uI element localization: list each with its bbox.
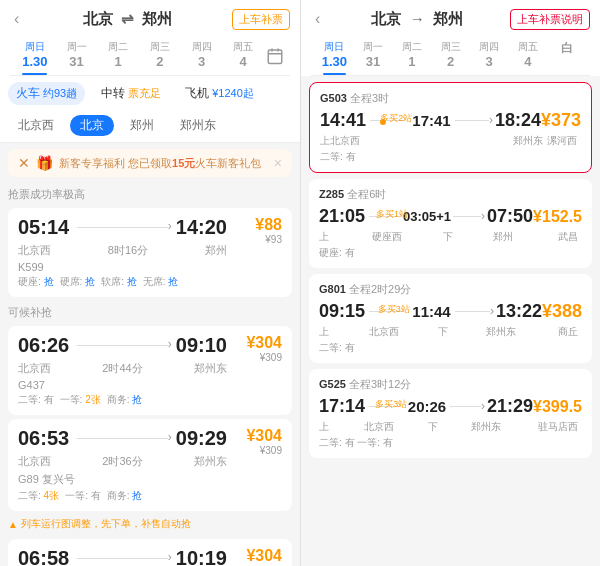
transport-tab-transfer[interactable]: 中转 票充足 [93,82,169,105]
notice-icon: ▲ [8,519,18,530]
g525-mid-time: 20:26 [408,398,446,415]
left-date-tab-3[interactable]: 周三 2 [139,36,181,75]
g525-mid-sta: 驻马店西 [538,420,578,434]
right-date-tabs: 周日 1.30 周一 31 周二 1 周三 2 周四 3 周五 4 [311,36,590,76]
transport-transfer-warn: 票充足 [128,86,161,101]
g89-from: 北京西 [18,454,51,469]
k599-duration: 8时16分 [108,243,148,258]
left-date-tab-4[interactable]: 周四 3 [181,36,223,75]
left-date-weekday-3: 周三 [139,40,181,54]
train-card-g651[interactable]: 06:58 › 10:19 北京西 3时21分 郑州东 G651 ¥304 ¥3… [8,539,292,566]
right-weekday-4: 周四 [470,40,509,54]
g525-depart: 17:14 [319,396,365,417]
transport-tab-flight[interactable]: 飞机 ¥1240起 [177,82,262,105]
z285-mid-stop: 多买1站 [376,208,408,221]
g437-arrive: 09:10 [176,334,227,357]
station-tab-zhengzhou-east[interactable]: 郑州东 [170,115,226,136]
transport-tab-train[interactable]: 火车 约93趟 [8,82,85,105]
left-date-tab-0[interactable]: 周日 1.30 [14,36,56,75]
section-label-2: 可候补抢 [0,301,300,322]
left-date-tab-2[interactable]: 周二 1 [97,36,139,75]
g801-depart: 09:15 [319,301,365,322]
right-to: 郑州 [433,10,463,27]
train-card-g89[interactable]: 06:53 › 09:29 北京西 2时36分 郑州东 G89 复兴号 二等: … [8,419,292,511]
station-tab-zhengzhou[interactable]: 郑州 [120,115,164,136]
g503-header: G503 全程3时 [320,91,581,106]
g801-header: G801 全程2时29分 [319,282,582,297]
gift-icon: 🎁 [36,155,53,171]
g525-up: 上 [319,420,329,434]
right-weekday-0: 周日 [315,40,354,54]
g801-seats: 二等: 有 [319,341,582,355]
right-num-3: 2 [431,54,470,69]
right-date-tab-2[interactable]: 周二 1 [392,36,431,75]
z285-duration: 全程6时 [347,188,386,200]
calendar-icon[interactable] [264,36,286,75]
left-board-btn[interactable]: 上车补票 [232,9,290,30]
k599-depart: 05:14 [18,216,69,239]
z285-header: Z285 全程6时 [319,187,582,202]
g801-arrive: 13:22 [496,301,542,322]
left-date-tab-1[interactable]: 周一 31 [56,36,98,75]
left-route: 北京 ⇌ 郑州 [83,10,172,29]
right-date-tab-1[interactable]: 周一 31 [354,36,393,75]
right-date-tab-6[interactable]: 白 [547,36,586,75]
right-date-tab-5[interactable]: 周五 4 [509,36,548,75]
g89-seat-1: 一等: 有 [65,489,101,503]
g437-trainno: G437 [18,379,227,391]
g503-dot [380,119,386,125]
station-tab-beijing[interactable]: 北京 [70,115,114,136]
left-date-num-4: 3 [181,54,223,69]
right-weekday-5: 周五 [509,40,548,54]
z285-price: ¥152.5 [533,208,582,225]
k599-seat-soft: 软席: 抢 [101,275,137,289]
promo-close-icon[interactable]: × [274,155,282,171]
left-date-weekday-0: 周日 [14,40,56,54]
g651-depart: 06:58 [18,547,69,566]
right-board-btn[interactable]: 上车补票说明 [510,9,590,30]
left-route-arrow: ⇌ [121,10,134,27]
left-back-arrow[interactable]: ‹ [10,8,23,30]
right-from: 北京 [371,10,401,27]
k599-trainno: K599 [18,261,227,273]
g89-trainno: G89 复兴号 [18,472,227,487]
rcard-g801[interactable]: G801 全程2时29分 09:15 多买3站 11:44 › 13:22 ¥3… [309,274,592,363]
g89-seat-2: 二等: 4张 [18,489,59,503]
g503-id: G503 [320,92,347,104]
right-date-tab-0[interactable]: 周日 1.30 [315,36,354,75]
left-date-tab-5[interactable]: 周五 4 [222,36,264,75]
z285-mid-time: 03:05+1 [403,209,451,224]
transport-transfer-label: 中转 [101,85,125,102]
left-date-weekday-2: 周二 [97,40,139,54]
z285-arrive: 07:50 [487,206,533,227]
right-route: 北京 → 郑州 [371,10,462,29]
right-num-1: 31 [354,54,393,69]
z285-to: 郑州 [493,230,513,244]
rcard-z285[interactable]: Z285 全程6时 21:05 多买1站 03:05+1 › 07:50 ¥15… [309,179,592,268]
train-card-k599[interactable]: 05:14 › 14:20 北京西 8时16分 郑州 K599 硬座: 抢 硬席… [8,208,292,297]
promo-banner: ✕ 🎁 新客专享福利 您已领取15元火车新客礼包 × [8,149,292,177]
left-date-num-5: 4 [222,54,264,69]
left-date-weekday-5: 周五 [222,40,264,54]
right-num-6: 白 [547,40,586,57]
train-card-g437[interactable]: 06:26 › 09:10 北京西 2时44分 郑州东 G437 二等: 有 一… [8,326,292,415]
right-weekday-3: 周三 [431,40,470,54]
rcard-g525[interactable]: G525 全程3时12分 17:14 多买3站 20:26 › 21:29 ¥3… [309,369,592,458]
g437-to: 郑州东 [194,361,227,376]
right-date-tab-4[interactable]: 周四 3 [470,36,509,75]
right-num-4: 3 [470,54,509,69]
g437-duration: 2时44分 [102,361,142,376]
g503-arrive: 18:24 [495,110,541,131]
g801-duration: 全程2时29分 [349,283,411,295]
g801-mid-stop: 多买3站 [378,303,410,316]
transport-train-count: 约93趟 [43,86,77,101]
right-header: ‹ 北京 → 郑州 上车补票说明 周日 1.30 周一 31 周二 1 [301,0,600,76]
station-tab-beijing-west[interactable]: 北京西 [8,115,64,136]
right-date-tab-3[interactable]: 周三 2 [431,36,470,75]
g525-price: ¥399.5 [533,398,582,415]
rcard-g503[interactable]: G503 全程3时 14:41 多买2站 17:41 › 18:24 ¥373 … [309,82,592,173]
g89-arrive: 09:29 [176,427,227,450]
k599-seat-no: 无席: 抢 [143,275,179,289]
g801-price: ¥388 [542,301,582,321]
right-back-arrow[interactable]: ‹ [311,8,324,30]
